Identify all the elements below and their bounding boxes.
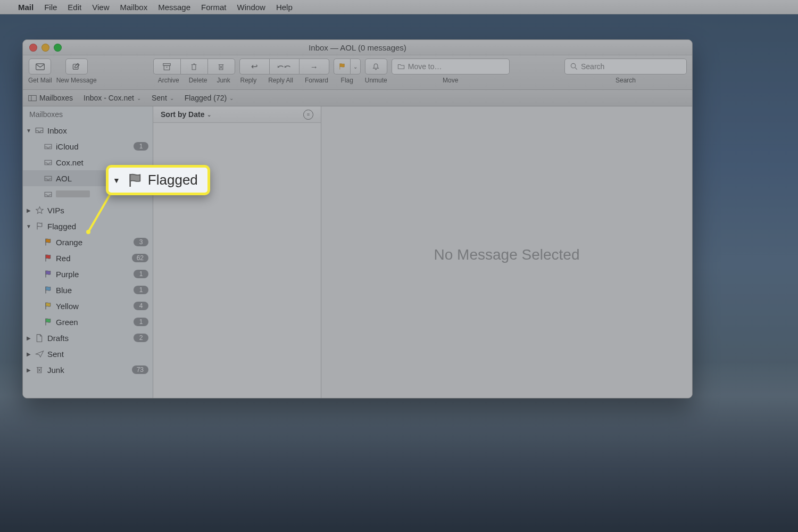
count-badge: 1 bbox=[134, 142, 148, 151]
flag-icon bbox=[44, 238, 52, 246]
fav-sent[interactable]: Sent⌄ bbox=[152, 94, 174, 102]
callout-label: Flagged bbox=[148, 172, 198, 188]
junk-button[interactable] bbox=[207, 59, 235, 74]
reply-all-icon: ⤺⤺ bbox=[277, 62, 291, 71]
disclosure-triangle-icon[interactable]: ▶ bbox=[26, 367, 31, 373]
svg-rect-7 bbox=[29, 95, 37, 101]
menu-file[interactable]: File bbox=[44, 3, 57, 12]
search-field[interactable]: Search bbox=[564, 59, 687, 74]
reply-all-button[interactable]: ⤺⤺ bbox=[269, 59, 299, 74]
archive-button[interactable] bbox=[153, 59, 180, 74]
sidebar-flag-orange[interactable]: Orange3 bbox=[23, 234, 153, 250]
sidebar-flag-yellow[interactable]: Yellow4 bbox=[23, 298, 153, 314]
filter-icon: ≡ bbox=[307, 112, 310, 117]
mailboxes-toggle[interactable]: Mailboxes bbox=[28, 94, 73, 102]
compose-icon bbox=[72, 63, 81, 71]
forward-button[interactable]: → bbox=[299, 59, 329, 74]
count-badge: 1 bbox=[134, 286, 148, 294]
redacted-strip bbox=[56, 190, 90, 197]
flag-icon bbox=[44, 286, 52, 294]
inbox-icon bbox=[35, 127, 44, 134]
menu-format[interactable]: Format bbox=[201, 3, 227, 12]
filter-button[interactable]: ≡ bbox=[303, 110, 313, 120]
sidebar-flagged[interactable]: ▼ Flagged bbox=[23, 218, 153, 234]
fav-label: Flagged (72) bbox=[185, 94, 227, 102]
flagged-callout: ▼ Flagged bbox=[106, 165, 210, 195]
search-icon bbox=[570, 63, 578, 70]
sidebar-junk[interactable]: ▶ Junk 73 bbox=[23, 362, 153, 378]
sort-label: Sort by Date bbox=[161, 110, 204, 119]
sidebar-item-label: Green bbox=[56, 318, 130, 327]
flag-icon bbox=[44, 254, 52, 262]
new-message-button[interactable] bbox=[65, 59, 88, 74]
paperplane-icon bbox=[35, 350, 44, 358]
mute-button[interactable] bbox=[365, 59, 387, 74]
junk-icon bbox=[35, 365, 44, 374]
menu-window[interactable]: Window bbox=[237, 3, 265, 12]
menu-help[interactable]: Help bbox=[276, 3, 293, 12]
junk-icon bbox=[217, 63, 226, 71]
bell-icon bbox=[371, 63, 380, 71]
reply-button[interactable]: ↩︎ bbox=[239, 59, 269, 74]
document-icon bbox=[36, 334, 43, 343]
flag-button[interactable] bbox=[334, 59, 350, 74]
fav-flagged[interactable]: Flagged (72)⌄ bbox=[185, 94, 234, 102]
menu-edit[interactable]: Edit bbox=[68, 3, 81, 12]
sidebar-flag-red[interactable]: Red62 bbox=[23, 250, 153, 266]
mailboxes-label: Mailboxes bbox=[39, 94, 73, 102]
count-badge: 73 bbox=[132, 365, 148, 374]
forward-icon: → bbox=[310, 62, 318, 71]
flag-icon bbox=[44, 318, 52, 326]
move-to-field[interactable]: Move to… bbox=[392, 59, 510, 74]
inbox-icon bbox=[44, 191, 53, 198]
count-badge: 3 bbox=[134, 238, 148, 246]
count-badge: 2 bbox=[134, 334, 148, 342]
get-mail-label: Get Mail bbox=[28, 77, 52, 84]
flag-icon bbox=[44, 302, 52, 310]
sidebar-item-label: Flagged bbox=[47, 222, 148, 231]
menu-mailbox[interactable]: Mailbox bbox=[120, 3, 147, 12]
disclosure-triangle-icon[interactable]: ▼ bbox=[26, 223, 31, 229]
fav-inbox-cox[interactable]: Inbox - Cox.net⌄ bbox=[84, 94, 141, 102]
menu-message[interactable]: Message bbox=[158, 3, 190, 12]
disclosure-triangle-icon[interactable]: ▶ bbox=[26, 207, 31, 213]
app-menu[interactable]: Mail bbox=[18, 3, 34, 12]
menu-view[interactable]: View bbox=[92, 3, 109, 12]
folder-icon bbox=[397, 63, 405, 70]
archive-label: Archive bbox=[158, 77, 179, 84]
disclosure-triangle-icon[interactable]: ▼ bbox=[26, 128, 31, 134]
new-message-label: New Message bbox=[56, 77, 97, 84]
star-icon bbox=[35, 206, 44, 214]
no-message-placeholder: No Message Selected bbox=[434, 246, 580, 263]
disclosure-triangle-icon: ▼ bbox=[113, 176, 120, 185]
disclosure-triangle-icon[interactable]: ▶ bbox=[26, 335, 31, 341]
sidebar-item-label: Red bbox=[56, 254, 129, 263]
disclosure-triangle-icon[interactable]: ▶ bbox=[26, 351, 31, 357]
inbox-icon bbox=[44, 143, 53, 150]
favorites-bar: Mailboxes Inbox - Cox.net⌄ Sent⌄ Flagged… bbox=[23, 90, 692, 106]
sidebar-vips[interactable]: ▶ VIPs bbox=[23, 202, 153, 218]
fav-label: Inbox - Cox.net bbox=[84, 94, 134, 102]
sidebar-item-label: iCloud bbox=[56, 142, 130, 151]
flag-icon bbox=[44, 270, 52, 278]
sidebar-flag-blue[interactable]: Blue1 bbox=[23, 282, 153, 298]
sidebar-drafts[interactable]: ▶ Drafts 2 bbox=[23, 330, 153, 346]
sidebar-inbox-icloud[interactable]: iCloud 1 bbox=[23, 138, 153, 154]
get-mail-button[interactable] bbox=[29, 59, 51, 74]
sidebar-sent[interactable]: ▶ Sent bbox=[23, 346, 153, 362]
message-list-pane: Sort by Date⌄ ≡ bbox=[153, 106, 321, 398]
count-badge: 1 bbox=[134, 270, 148, 278]
sidebar-item-label: Purple bbox=[56, 270, 130, 279]
delete-button[interactable] bbox=[180, 59, 207, 74]
flag-menu-button[interactable]: ⌄ bbox=[350, 59, 361, 74]
sidebar-flag-green[interactable]: Green1 bbox=[23, 314, 153, 330]
move-label: Move bbox=[443, 77, 458, 84]
chevron-down-icon: ⌄ bbox=[229, 95, 234, 101]
svg-rect-3 bbox=[164, 65, 170, 70]
sort-button[interactable]: Sort by Date⌄ bbox=[161, 110, 211, 119]
menubar[interactable]: Mail File Edit View Mailbox Message Form… bbox=[0, 0, 798, 14]
fav-label: Sent bbox=[152, 94, 167, 102]
sidebar-flag-purple[interactable]: Purple1 bbox=[23, 266, 153, 282]
sidebar-inbox[interactable]: ▼ Inbox bbox=[23, 122, 153, 138]
count-badge: 4 bbox=[134, 302, 148, 310]
